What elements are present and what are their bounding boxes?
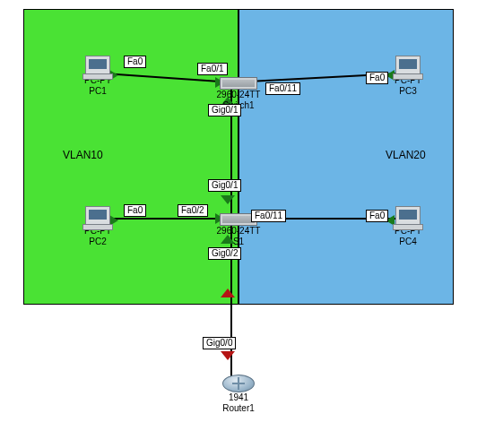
device-pc3[interactable]: PC-PT PC3 — [382, 56, 434, 97]
port-label: Fa0 — [366, 72, 388, 84]
port-label: Fa0/11 — [265, 82, 300, 95]
port-label: Gig0/2 — [208, 247, 241, 260]
device-type-label: 1941 — [213, 392, 264, 403]
svg-marker-17 — [221, 289, 235, 297]
device-name-label: PC4 — [382, 237, 434, 247]
switch-icon — [220, 77, 257, 90]
port-label: Fa0/1 — [197, 63, 228, 75]
device-router1[interactable]: 1941 Router1 — [213, 375, 264, 414]
router-icon — [222, 375, 255, 392]
pc-icon — [85, 206, 110, 226]
device-pc1[interactable]: PC-PT PC1 — [72, 56, 124, 97]
vlan10-label: VLAN10 — [63, 149, 103, 161]
pc-icon — [395, 56, 421, 75]
device-type-label: 2960-24TT — [212, 226, 265, 237]
port-label: Gig0/1 — [208, 104, 241, 116]
device-type-label: 2960-24TT — [212, 90, 265, 100]
vlan20-label: VLAN20 — [386, 149, 426, 161]
device-pc2[interactable]: PC-PT PC2 — [72, 206, 124, 247]
device-pc4[interactable]: PC-PT PC4 — [382, 206, 434, 247]
port-label: Fa0 — [366, 210, 388, 222]
port-label: Fa0/11 — [251, 210, 286, 222]
port-label: Gig0/0 — [203, 337, 236, 349]
svg-marker-11 — [221, 195, 235, 204]
device-name-label: PC1 — [72, 86, 124, 97]
svg-marker-18 — [221, 351, 235, 360]
port-label: Fa0 — [124, 56, 146, 68]
device-name-label: PC3 — [382, 86, 434, 97]
device-name-label: S1 — [212, 237, 265, 247]
device-name-label: PC2 — [72, 237, 124, 247]
device-name-label: Router1 — [213, 403, 264, 414]
port-label: Fa0 — [124, 204, 146, 217]
pc-icon — [395, 206, 421, 226]
packet-tracer-diagram: PC-PT PC1 PC-PT PC3 2960-24TT Switch1 PC… — [0, 0, 477, 448]
pc-icon — [85, 56, 110, 75]
port-label: Fa0/2 — [178, 204, 208, 217]
port-label: Gig0/1 — [208, 179, 241, 192]
